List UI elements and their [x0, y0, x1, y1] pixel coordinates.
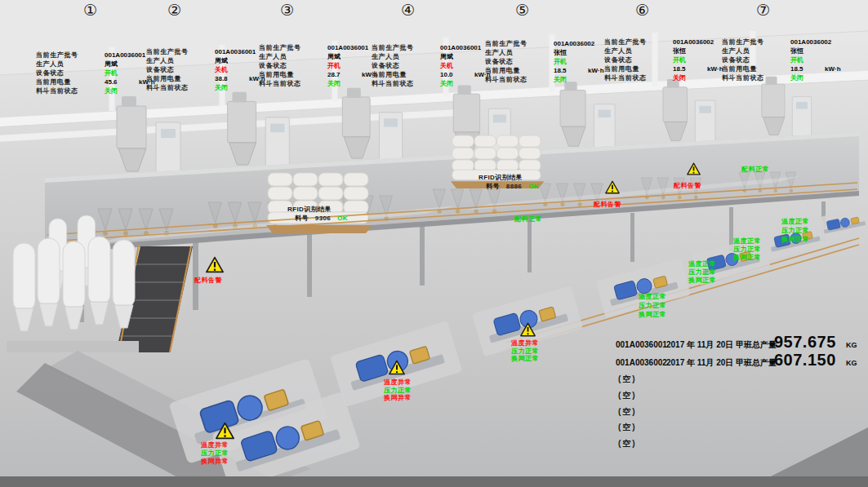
operator-label: 生产人员 — [372, 52, 440, 61]
warning-icon — [604, 180, 621, 194]
hopper-status-value: 关闭 — [440, 80, 453, 87]
device-status-value: 开机 — [790, 56, 803, 64]
line-number-5[interactable]: ⑤ — [515, 2, 529, 19]
warning-icon — [388, 360, 406, 375]
empty-slot: (空) — [618, 390, 637, 401]
power-value: 38.8 — [215, 74, 236, 83]
operator-label: 生产人员 — [604, 46, 673, 55]
batch-label: 当前生产批号 — [372, 43, 440, 52]
panel-row: 生产人员张恒 — [722, 46, 865, 55]
power-value: 45.6 — [105, 77, 126, 86]
total-unit: KG — [846, 359, 857, 367]
batch-value: 001A0036001 — [440, 44, 481, 51]
operator-value: 张恒 — [790, 47, 803, 55]
power-unit: kW·h — [825, 65, 841, 73]
status-line: 换网正常 — [511, 355, 539, 363]
device-status-value: 开机 — [105, 69, 118, 77]
rfid-title: RFID识别结果 — [287, 206, 348, 215]
status-line: 压力正常 — [511, 348, 539, 356]
warning-icon — [205, 256, 225, 273]
hmi-screen: ① ② ③ ④ ⑤ ⑥ ⑦ 当前生产批号001A0036001 生产人员周斌 设… — [0, 0, 868, 487]
status-line: 压力正常 — [733, 246, 761, 254]
hopper-status-value: 关闭 — [327, 80, 341, 87]
shift-total-row: 001A0036001 2017 年 11月 20日 甲班总产量 957.675… — [616, 333, 857, 352]
total-date-label: 2017 年 11月 20日 甲班总产量 — [666, 339, 774, 351]
batch-label: 当前生产批号 — [722, 38, 790, 46]
operator-value: 周斌 — [215, 57, 228, 64]
warning-icon — [215, 422, 235, 440]
line-number-7[interactable]: ⑦ — [756, 2, 770, 19]
device-status-label: 设备状态 — [722, 55, 790, 64]
status-line: 压力正常 — [688, 268, 716, 277]
dosing-ok-label: 配料正常 — [514, 215, 542, 224]
status-line: 换网正常 — [781, 235, 809, 244]
total-value: 957.675 — [774, 333, 846, 352]
status-line: 压力正常 — [781, 226, 809, 235]
power-value: 18.5 — [790, 64, 812, 73]
status-line: 温度正常 — [688, 260, 716, 268]
rfid-result-block: RFID识别结果 料号9306OK — [287, 206, 348, 223]
line-number-3[interactable]: ③ — [280, 2, 294, 19]
extruder-status-stack-4: 温度正常 压力正常 换网正常 — [639, 292, 666, 319]
rfid-title: RFID识别结果 — [479, 174, 539, 183]
line-info-panel-7: 当前生产批号001A0036002 生产人员张恒 设备状态开机 当前用电量18.… — [722, 38, 865, 82]
empty-slot: (空) — [618, 374, 637, 385]
operator-value: 周斌 — [105, 60, 118, 68]
line-number-2[interactable]: ② — [167, 2, 181, 19]
status-line: 温度异常 — [201, 441, 229, 449]
line-number-4[interactable]: ④ — [401, 2, 415, 19]
operator-label: 生产人员 — [146, 56, 215, 65]
power-label: 当前用电量 — [722, 64, 790, 73]
status-line: 温度正常 — [733, 237, 761, 246]
line-number-1[interactable]: ① — [83, 2, 97, 19]
panel-row: 设备状态开机 — [722, 55, 865, 64]
device-status-label: 设备状态 — [485, 57, 554, 66]
batch-value: 001A0036002 — [790, 38, 831, 46]
status-line: 换网异常 — [384, 394, 412, 402]
power-value: 18.5 — [554, 66, 575, 75]
power-unit: kW·h — [588, 67, 604, 74]
batch-label: 当前生产批号 — [485, 39, 554, 48]
batch-value: 001A0036002 — [554, 40, 594, 47]
operator-value: 张恒 — [554, 49, 567, 56]
status-line: 换网正常 — [688, 277, 716, 285]
operator-label: 生产人员 — [259, 52, 327, 61]
operator-value: 张恒 — [673, 47, 686, 55]
hopper-status-label: 料斗当前状态 — [485, 75, 554, 84]
rfid-ok-status: OK — [528, 183, 539, 190]
extruder-status-stack-2: 温度异常 压力正常 换网异常 — [384, 379, 412, 402]
shift-total-row: 001A0036002 2017 年 11月 20日 甲班总产量 607.150… — [616, 351, 857, 370]
line-number-6[interactable]: ⑥ — [635, 2, 649, 19]
power-label: 当前用电量 — [146, 74, 215, 83]
power-value: 28.7 — [327, 70, 349, 79]
hopper-status-label: 料斗当前状态 — [36, 86, 105, 95]
hopper-status-label: 料斗当前状态 — [372, 79, 440, 88]
device-status-label: 设备状态 — [604, 55, 673, 64]
device-status-label: 设备状态 — [372, 61, 440, 70]
total-date-label: 2017 年 11月 20日 甲班总产量 — [666, 357, 774, 369]
total-unit: KG — [846, 341, 857, 349]
device-status-value: 开机 — [673, 56, 686, 64]
operator-label: 生产人员 — [485, 48, 554, 57]
batch-value: 001A0036001 — [215, 48, 256, 55]
status-line: 换网正常 — [639, 310, 666, 319]
power-label: 当前用电量 — [36, 77, 105, 86]
power-unit: kW·h — [707, 65, 723, 73]
total-batch: 001A0036001 — [616, 340, 666, 349]
rfid-ok-status: OK — [337, 215, 348, 222]
status-line: 压力正常 — [639, 301, 666, 310]
hopper-status-label: 料斗当前状态 — [722, 73, 790, 82]
status-line: 换网正常 — [733, 254, 761, 262]
hopper-status-value: 关闭 — [673, 74, 686, 82]
rfid-part-label: 料号 — [295, 215, 309, 222]
device-status-value: 关机 — [215, 66, 228, 73]
rfid-part-number: 9306 — [315, 215, 331, 222]
hopper-status-label: 料斗当前状态 — [259, 79, 327, 88]
batch-label: 当前生产批号 — [146, 47, 215, 56]
batch-value: 001A0036001 — [327, 44, 368, 51]
batch-label: 当前生产批号 — [259, 43, 327, 52]
operator-label: 生产人员 — [722, 46, 790, 55]
status-line: 温度异常 — [511, 339, 539, 348]
batch-value: 001A0036002 — [673, 38, 714, 46]
status-line: 温度正常 — [639, 292, 666, 301]
